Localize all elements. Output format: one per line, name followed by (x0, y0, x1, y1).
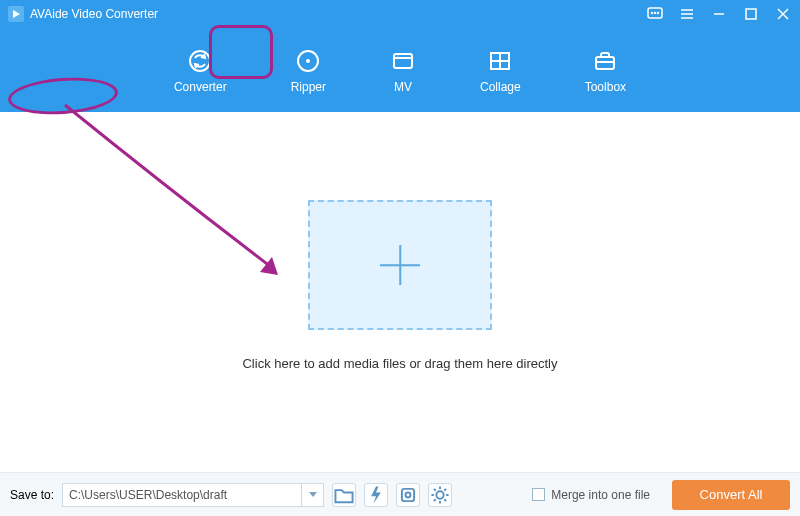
merge-label: Merge into one file (551, 488, 650, 502)
svg-point-2 (652, 13, 653, 14)
svg-rect-15 (394, 54, 412, 68)
tab-label: MV (394, 80, 412, 94)
svg-point-17 (397, 56, 398, 57)
mv-icon (390, 48, 416, 74)
tab-toolbox[interactable]: Toolbox (575, 42, 636, 98)
tab-label: Collage (480, 80, 521, 94)
collage-icon (487, 48, 513, 74)
svg-marker-0 (13, 10, 20, 18)
titlebar: AVAide Video Converter (0, 0, 800, 28)
window-controls (646, 5, 792, 23)
tab-label: Converter (174, 80, 227, 94)
save-to-label: Save to: (10, 488, 54, 502)
ripper-icon (295, 48, 321, 74)
svg-point-4 (658, 13, 659, 14)
footer: Save to: C:\Users\USER\Desktop\draft Mer… (0, 472, 800, 516)
tab-label: Ripper (291, 80, 326, 94)
settings-button[interactable] (428, 483, 452, 507)
tab-converter[interactable]: Converter (164, 42, 237, 98)
save-path-value: C:\Users\USER\Desktop\draft (69, 488, 227, 502)
menu-icon[interactable] (678, 5, 696, 23)
toolbox-icon (592, 48, 618, 74)
hardware-accel-button[interactable] (396, 483, 420, 507)
drop-hint: Click here to add media files or drag th… (242, 356, 557, 371)
tab-mv[interactable]: MV (380, 42, 426, 98)
plus-icon (380, 245, 420, 285)
svg-point-25 (436, 491, 443, 498)
maximize-icon[interactable] (742, 5, 760, 23)
converter-icon (187, 48, 213, 74)
close-icon[interactable] (774, 5, 792, 23)
feedback-icon[interactable] (646, 5, 664, 23)
svg-point-3 (655, 13, 656, 14)
svg-rect-23 (402, 488, 414, 500)
convert-all-button[interactable]: Convert All (672, 480, 790, 510)
checkbox-icon (532, 488, 545, 501)
minimize-icon[interactable] (710, 5, 728, 23)
merge-checkbox[interactable]: Merge into one file (532, 488, 650, 502)
svg-point-24 (406, 492, 411, 497)
svg-point-12 (190, 51, 210, 71)
tab-label: Toolbox (585, 80, 626, 94)
svg-rect-9 (746, 9, 756, 19)
drop-zone[interactable] (308, 200, 492, 330)
save-path-input[interactable]: C:\Users\USER\Desktop\draft (62, 483, 324, 507)
open-folder-button[interactable] (332, 483, 356, 507)
boost-button[interactable] (364, 483, 388, 507)
header: AVAide Video Converter Converter Ripper … (0, 0, 800, 112)
chevron-down-icon[interactable] (301, 484, 323, 506)
tab-ripper[interactable]: Ripper (281, 42, 336, 98)
app-title: AVAide Video Converter (30, 7, 158, 21)
main-area: Click here to add media files or drag th… (0, 112, 800, 472)
svg-point-14 (306, 59, 310, 63)
app-logo-icon (8, 6, 24, 22)
main-tabs: Converter Ripper MV Collage Toolbox (0, 28, 800, 98)
tab-collage[interactable]: Collage (470, 42, 531, 98)
